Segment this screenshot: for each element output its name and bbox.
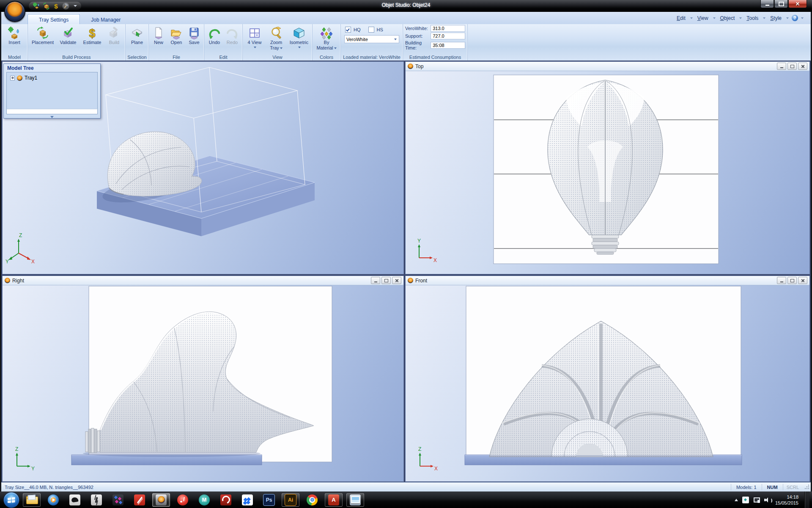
viewport-restore-button[interactable]: [787, 63, 797, 70]
redo-button[interactable]: Redo: [223, 26, 241, 45]
front-view-canvas[interactable]: Z X: [406, 285, 809, 481]
tree-expand-icon[interactable]: [10, 76, 15, 80]
chevron-down-icon[interactable]: [739, 17, 742, 19]
open-label: Open: [171, 40, 182, 45]
menu-tools[interactable]: Tools: [744, 14, 761, 22]
maximize-button[interactable]: [774, 0, 788, 8]
minimize-button[interactable]: [760, 0, 774, 8]
viewport-close-button[interactable]: [392, 277, 401, 284]
chevron-down-icon[interactable]: [786, 17, 789, 19]
four-view-button[interactable]: 4 View: [244, 26, 265, 48]
tab-job-manager[interactable]: Job Manager: [80, 14, 132, 24]
taskbar-maker-m-app[interactable]: M: [195, 493, 213, 507]
tray-size-info: Tray Size__46.0 MB, N. triangles__963492: [1, 485, 93, 490]
application-orb-button[interactable]: [4, 1, 25, 22]
menu-view[interactable]: View: [695, 14, 711, 22]
tree-item-tray1[interactable]: Tray1: [7, 72, 97, 81]
start-button[interactable]: [3, 492, 19, 508]
building-time-label: Building Time:: [405, 40, 431, 50]
validate-button[interactable]: Validate: [56, 26, 80, 45]
taskbar-illustrator[interactable]: Ai: [282, 493, 299, 507]
estimate-button[interactable]: $ Estimate: [80, 26, 104, 45]
zoom-tray-button[interactable]: Zoom Tray: [265, 26, 287, 51]
build-label: Build: [109, 40, 119, 45]
ribbon-group-colors: By Material Colors: [313, 24, 341, 61]
taskbar-dropbox[interactable]: [239, 493, 256, 507]
ribbon-group-selection: Plane Selection: [126, 24, 149, 61]
taskbar-autocad[interactable]: A: [325, 493, 343, 507]
taskbar-sketchup[interactable]: [131, 493, 148, 507]
viewport-minimize-button[interactable]: [371, 277, 380, 284]
chevron-down-icon: [298, 47, 301, 48]
model-tree-scroll-strip: [6, 109, 98, 114]
hq-checkbox[interactable]: [345, 27, 351, 33]
viewport-top-header[interactable]: Top: [406, 62, 809, 71]
viewport-close-button[interactable]: [798, 63, 807, 70]
ribbon-group-loaded-material: HQ HS VeroWhite Loaded material: VeroWhi…: [341, 24, 403, 61]
show-hidden-icons-button[interactable]: [735, 499, 738, 501]
right-view-canvas[interactable]: Z Y: [3, 285, 403, 481]
model-tree-collapse[interactable]: [4, 114, 100, 119]
verowhite-consumption-field[interactable]: 313.0: [431, 25, 465, 32]
taskbar-photo-viewer[interactable]: [346, 493, 364, 507]
menu-edit[interactable]: Edit: [674, 14, 688, 22]
build-button[interactable]: Build: [104, 26, 124, 45]
taskbar-windows-explorer[interactable]: [23, 493, 41, 507]
viewport-restore-button[interactable]: [381, 277, 391, 284]
isometric-button[interactable]: Isometric: [287, 26, 311, 48]
material-select[interactable]: VeroWhite: [344, 35, 399, 43]
viewport-minimize-button[interactable]: [777, 277, 786, 284]
new-button[interactable]: New: [150, 26, 167, 45]
chevron-down-icon[interactable]: [713, 17, 716, 19]
viewport-right-header[interactable]: Right: [3, 276, 403, 285]
tab-tray-settings[interactable]: Tray Settings: [27, 14, 80, 24]
network-tray-icon[interactable]: [753, 497, 760, 503]
show-desktop-button[interactable]: [804, 491, 809, 508]
chevron-down-icon[interactable]: [801, 17, 804, 19]
taskbar-windows-media-player[interactable]: [44, 493, 62, 507]
close-button[interactable]: [788, 0, 807, 8]
menu-object[interactable]: Object: [718, 14, 738, 22]
viewport-minimize-button[interactable]: [777, 63, 786, 70]
placement-label: Placement: [32, 40, 54, 45]
viewport-restore-button[interactable]: [787, 277, 797, 284]
taskbar-rhino-3d[interactable]: [66, 493, 84, 507]
ribbon-tab-row: Tray Settings Job Manager Edit View Obje…: [1, 12, 811, 25]
volume-tray-icon[interactable]: [764, 497, 771, 503]
placement-button[interactable]: Placement: [29, 26, 56, 45]
axis-x-label: X: [433, 257, 437, 263]
new-label: New: [154, 40, 163, 45]
help-icon[interactable]: ?: [792, 15, 798, 21]
viewport-close-button[interactable]: [798, 277, 807, 284]
plane-button[interactable]: Plane: [127, 26, 147, 45]
group-label-file: File: [149, 55, 204, 60]
dropbox-tray-icon[interactable]: [742, 497, 749, 503]
taskbar-mesh-diamonds-app[interactable]: [109, 493, 127, 507]
taskbar-chrome[interactable]: [303, 493, 321, 507]
undo-button[interactable]: Undo: [206, 26, 223, 45]
taskbar-itunes[interactable]: [174, 493, 192, 507]
by-material-button[interactable]: By Material: [314, 26, 339, 51]
taskbar-adobe-acrobat[interactable]: [217, 493, 235, 507]
open-button[interactable]: Open: [167, 26, 186, 45]
top-view-canvas[interactable]: Y X: [406, 71, 809, 274]
chevron-down-icon[interactable]: [690, 17, 693, 19]
save-button[interactable]: Save: [186, 26, 203, 45]
taskbar-photoshop[interactable]: Ps: [260, 493, 278, 507]
resize-grip[interactable]: [804, 484, 810, 490]
building-time-field[interactable]: 35:08: [431, 42, 465, 49]
taskbar-zbrush[interactable]: [88, 493, 105, 507]
ribbon-group-edit: Undo Redo Edit: [204, 24, 243, 61]
hs-checkbox[interactable]: [368, 27, 374, 33]
menu-style[interactable]: Style: [768, 14, 784, 22]
check-icon: [346, 28, 350, 31]
taskbar-objet-studio[interactable]: [152, 493, 170, 507]
insert-button[interactable]: Insert: [3, 26, 26, 45]
viewport-icon: [408, 278, 413, 283]
viewport-front-header[interactable]: Front: [406, 276, 809, 285]
chevron-down-icon[interactable]: [763, 17, 765, 19]
support-consumption-field[interactable]: 727.0: [431, 33, 465, 39]
status-bar: Tray Size__46.0 MB, N. triangles__963492…: [1, 482, 811, 491]
chevron-down-icon: [254, 47, 256, 48]
taskbar-clock[interactable]: 14:18 15/05/2015: [775, 494, 800, 506]
